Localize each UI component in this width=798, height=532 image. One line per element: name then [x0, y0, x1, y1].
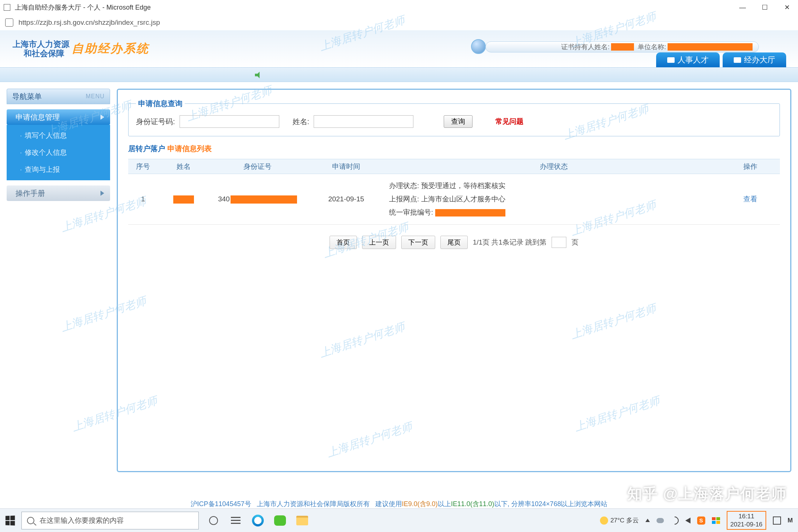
lock-icon — [5, 18, 13, 27]
pager: 首页 上一页 下一页 尾页 1/1页 共1条记录 跳到第 页 — [128, 236, 780, 249]
tray-expand-icon[interactable] — [645, 519, 650, 522]
cell-index: 1 — [128, 174, 158, 225]
view-link[interactable]: 查看 — [743, 195, 757, 203]
approval-redacted — [435, 209, 505, 216]
sidebar-item-fill-info[interactable]: 填写个人信息 — [7, 127, 110, 144]
faq-link[interactable]: 常见问题 — [495, 117, 524, 126]
pager-first[interactable]: 首页 — [330, 236, 357, 249]
id-label: 身份证号码: — [136, 117, 175, 127]
sogou-ime-icon[interactable]: S — [697, 516, 705, 525]
minimize-button[interactable]: — — [732, 0, 754, 15]
list-title: 居转户落户申请信息列表 — [128, 144, 780, 154]
name-input[interactable] — [314, 115, 413, 128]
unit-name-redacted — [668, 43, 753, 51]
search-icon — [27, 517, 34, 524]
cell-date: 2021-09-15 — [306, 174, 387, 225]
maximize-button[interactable]: ☐ — [754, 0, 776, 15]
col-id: 身份证号 — [209, 159, 306, 174]
close-button[interactable]: ✕ — [776, 0, 798, 15]
cell-name — [158, 174, 209, 225]
explorer-app-icon[interactable] — [295, 513, 310, 528]
search-placeholder: 在这里输入你要搜索的内容 — [40, 516, 124, 525]
avatar-icon — [471, 39, 486, 54]
id-input[interactable] — [180, 115, 279, 128]
cell-status: 办理状态: 预受理通过，等待档案核实 上报网点: 上海市金山区人才服务中心 统一… — [387, 174, 721, 225]
pager-last[interactable]: 尾页 — [440, 236, 468, 249]
pager-page-input[interactable] — [552, 237, 566, 248]
sidebar-header: 导航菜单 MENU — [7, 89, 110, 104]
speaker-icon[interactable] — [255, 72, 262, 78]
zhihu-watermark: 知乎 @上海落户何老师 — [627, 484, 787, 504]
sidebar-item-edit-info[interactable]: 修改个人信息 — [7, 144, 110, 161]
monitor-icon — [667, 57, 675, 63]
window-title: 上海自助经办服务大厅 - 个人 - Microsoft Edge — [15, 3, 151, 12]
wifi-icon[interactable] — [669, 515, 680, 526]
taskview-icon[interactable] — [228, 513, 243, 528]
cell-id: 340 — [209, 174, 306, 225]
ime-indicator[interactable]: M — [788, 517, 792, 524]
col-date: 申请时间 — [306, 159, 387, 174]
sidebar-item-query-submit[interactable]: 查询与上报 — [7, 161, 110, 178]
pager-next[interactable]: 下一页 — [401, 236, 435, 249]
chevron-right-icon — [100, 191, 104, 196]
name-label: 姓名: — [293, 117, 310, 127]
tab-hr-talent[interactable]: 人事人才 — [656, 52, 720, 67]
tab-service-hall[interactable]: 经办大厅 — [723, 52, 786, 67]
system-name: 自助经办系统 — [72, 41, 149, 57]
application-table: 序号 姓名 身份证号 申请时间 办理状态 操作 1 340 2021-09-15… — [128, 159, 780, 225]
pager-prev[interactable]: 上一页 — [362, 236, 396, 249]
volume-icon[interactable] — [685, 518, 690, 524]
query-legend: 申请信息查询 — [136, 99, 185, 109]
pager-suffix: 页 — [572, 238, 579, 247]
building-icon — [734, 57, 741, 63]
microsoft-icon[interactable] — [712, 517, 720, 524]
start-button[interactable] — [0, 509, 20, 532]
col-index: 序号 — [128, 159, 158, 174]
pager-info: 1/1页 共1条记录 跳到第 — [473, 238, 547, 247]
page-icon — [4, 4, 10, 11]
edge-app-icon[interactable] — [250, 513, 265, 528]
table-row: 1 340 2021-09-15 办理状态: 预受理通过，等待档案核实 上报网点… — [128, 174, 780, 225]
col-status: 办理状态 — [387, 159, 721, 174]
id-redacted — [231, 195, 297, 204]
weather-widget[interactable]: 27°C 多云 — [600, 516, 639, 525]
windows-logo-icon — [6, 515, 15, 525]
cortana-icon[interactable] — [206, 513, 221, 528]
query-panel: 申请信息查询 身份证号码: 姓名: 查询 常见问题 — [128, 99, 780, 136]
query-button[interactable]: 查询 — [444, 115, 473, 128]
notifications-icon[interactable] — [773, 516, 781, 525]
sidebar-group-manual[interactable]: 操作手册 — [7, 185, 110, 201]
cert-holder-redacted — [611, 43, 634, 51]
col-action: 操作 — [721, 159, 780, 174]
clock[interactable]: 16:112021-09-16 — [727, 511, 766, 530]
name-redacted — [173, 195, 194, 204]
taskbar-search[interactable]: 在这里输入你要搜索的内容 — [21, 512, 199, 529]
onedrive-icon[interactable] — [657, 518, 664, 523]
address-url[interactable]: https://zzjb.rsj.sh.gov.cn/shzzjb/index_… — [18, 18, 160, 27]
user-info-strip: 证书持有人姓名: 单位名称: — [485, 41, 759, 52]
org-name: 上海市人力资源 和社会保障 — [13, 40, 69, 58]
chevron-right-icon — [100, 115, 104, 120]
sun-icon — [600, 516, 608, 525]
wechat-app-icon[interactable] — [273, 513, 287, 528]
col-name: 姓名 — [158, 159, 209, 174]
sidebar-group-application[interactable]: 申请信息管理 — [7, 109, 110, 125]
